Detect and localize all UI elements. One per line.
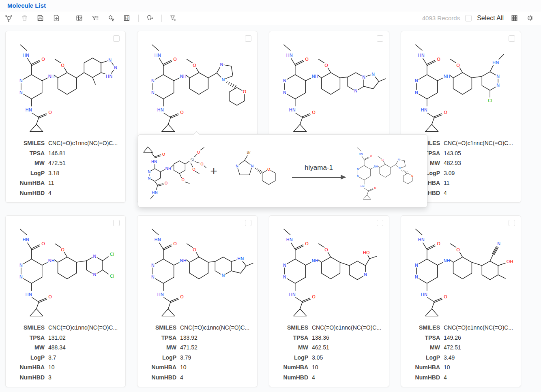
svg-text:Z: Z — [127, 18, 128, 20]
svg-text:HN: HN — [286, 53, 293, 58]
scaffold-icon — [146, 14, 154, 22]
property-label: NumHBA — [274, 362, 308, 373]
svg-text:O: O — [48, 110, 52, 115]
property-row: MW472.51 — [406, 343, 516, 353]
svg-text:N: N — [151, 78, 155, 84]
filter-export-button[interactable] — [167, 13, 178, 24]
svg-text:NH: NH — [311, 258, 318, 263]
svg-text:N: N — [283, 274, 286, 280]
property-row: TPSA131.02 — [11, 333, 120, 343]
property-row: LogP3.18 — [11, 168, 120, 178]
svg-text:O: O — [456, 63, 460, 68]
svg-text:N: N — [19, 78, 23, 84]
property-value: 472.51 — [444, 343, 461, 353]
grid-view-icon — [511, 14, 518, 22]
card-checkbox[interactable] — [245, 35, 251, 42]
svg-text:N: N — [497, 241, 500, 246]
property-label: TPSA — [274, 333, 308, 343]
sort-button[interactable]: AZ — [121, 13, 132, 24]
svg-text:HN: HN — [106, 74, 112, 79]
export-button[interactable] — [51, 13, 61, 24]
select-all-label[interactable]: Select All — [477, 15, 504, 22]
svg-text:O: O — [243, 89, 247, 94]
svg-text:N: N — [93, 254, 96, 259]
svg-text:NH: NH — [374, 165, 378, 168]
svg-text:NH: NH — [443, 258, 450, 263]
property-label: SMILES — [274, 323, 308, 333]
molecule-structure: HNONNNHOHNONNHN — [6, 33, 125, 135]
structure-filter-button[interactable] — [105, 13, 116, 24]
card-checkbox[interactable] — [509, 220, 515, 226]
svg-text:O: O — [48, 294, 52, 300]
svg-text:Br: Br — [247, 150, 251, 154]
filter-list-button[interactable] — [90, 13, 100, 24]
property-value: 3.09 — [444, 168, 455, 178]
property-label: LogP — [11, 353, 45, 363]
svg-text:N: N — [151, 274, 155, 280]
card-checkbox[interactable] — [377, 220, 383, 226]
delete-button[interactable] — [19, 13, 30, 24]
reaction-arrow: hiyama-1 — [290, 164, 347, 178]
svg-text:N: N — [114, 65, 117, 71]
svg-text:N: N — [151, 263, 155, 268]
svg-text:O: O — [41, 241, 45, 246]
property-label: TPSA — [11, 333, 45, 343]
svg-text:N: N — [221, 273, 225, 278]
property-row: SMILESCNC(=O)c1nnc(NC(=O)C... — [406, 323, 516, 333]
svg-text:O: O — [444, 294, 447, 300]
svg-text:HN: HN — [359, 152, 363, 156]
arrow-line — [292, 177, 346, 178]
property-value: 3 — [48, 373, 52, 383]
save-button[interactable] — [35, 13, 45, 24]
svg-text:O: O — [324, 63, 328, 68]
svg-text:O: O — [267, 167, 270, 171]
property-value: 3.05 — [312, 353, 323, 363]
svg-text:Cl: Cl — [110, 274, 114, 279]
property-value: 471.52 — [180, 343, 198, 353]
property-label: NumHBA — [11, 178, 45, 188]
property-label: TPSA — [11, 148, 45, 159]
svg-text:N: N — [221, 77, 225, 82]
svg-text:HN: HN — [418, 237, 425, 242]
new-molecule-button[interactable] — [3, 13, 14, 24]
svg-text:HN: HN — [289, 107, 296, 113]
svg-text:Cl: Cl — [488, 98, 492, 103]
property-row: NumHBA10 — [142, 362, 252, 373]
svg-text:HN: HN — [421, 107, 427, 113]
svg-text:N: N — [151, 90, 155, 95]
property-value: 143.05 — [444, 148, 461, 159]
svg-text:N: N — [283, 90, 286, 95]
select-all-checkbox[interactable] — [465, 15, 472, 21]
card-checkbox[interactable] — [377, 35, 383, 42]
scaffold-replace-button[interactable] — [144, 13, 155, 24]
molecule-structure: HNONNNHOHNONHO — [269, 217, 389, 319]
svg-text:O: O — [324, 247, 328, 253]
card-checkbox[interactable] — [113, 220, 120, 226]
settings-button[interactable] — [525, 13, 535, 24]
card-checkbox[interactable] — [509, 35, 515, 42]
svg-text:N: N — [19, 263, 23, 268]
grid-view-button[interactable] — [509, 13, 520, 24]
property-value: 10 — [48, 362, 55, 373]
property-value: 472.51 — [48, 158, 66, 168]
svg-text:NH: NH — [48, 258, 54, 263]
svg-text:O: O — [181, 178, 185, 182]
toolbar-divider — [161, 15, 162, 22]
gear-icon — [526, 14, 534, 22]
molecule-card[interactable]: HNONNNHOHNONHO SMILESCNC(=O)c1nnc(NC(=O)… — [269, 215, 389, 387]
arrow-head — [341, 175, 346, 180]
molecule-card[interactable]: HNONNNHOHNONNClCl SMILESCNC(=O)c1nnc(NC(… — [5, 215, 126, 387]
svg-text:N: N — [19, 90, 23, 95]
molecule-card[interactable]: HNONNNHOHNONNHN SMILESCNC(=O)c1nnc(NC(=O… — [5, 31, 126, 203]
property-label: MW — [11, 158, 45, 168]
table-edit-button[interactable] — [74, 13, 84, 24]
svg-text:O: O — [305, 57, 309, 62]
molecule-card[interactable]: HNONNNHOHNONOH SMILESCNC(=O)c1nnc(NC(=O)… — [401, 215, 521, 387]
property-label: NumHBA — [11, 362, 45, 373]
card-checkbox[interactable] — [245, 220, 251, 226]
property-label: LogP — [11, 168, 45, 178]
molecule-card[interactable]: HNONNNHOHNOHNN SMILESCNC(=O)c1nnc(NC(=O)… — [137, 215, 258, 387]
card-checkbox[interactable] — [113, 35, 120, 42]
property-value: 10 — [180, 362, 187, 373]
svg-text:N: N — [19, 274, 23, 280]
